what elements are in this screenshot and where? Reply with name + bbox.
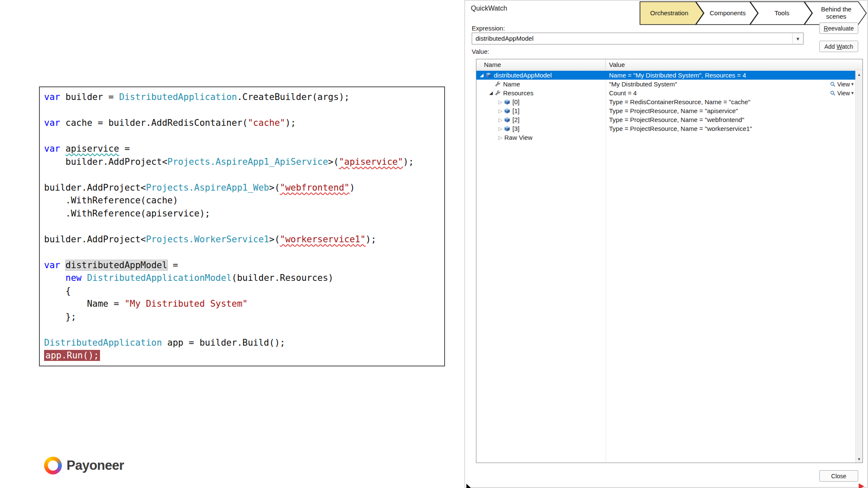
grid-body: ◢distributedAppModelName = "My Distribut…: [476, 71, 855, 142]
row-name: [3]: [512, 125, 520, 132]
wrench-icon: [495, 81, 501, 87]
row-name: Resources: [503, 89, 534, 97]
code-line: var distributedAppModel =: [44, 259, 440, 272]
code-line: Name = "My Distributed System": [44, 297, 440, 311]
code-block: var builder = DistributedApplication.Cre…: [44, 91, 440, 362]
mouse-cursor-icon: [466, 483, 473, 488]
row-name: [1]: [512, 107, 520, 114]
chevron-down-icon: ▾: [796, 36, 799, 42]
expander-collapsed-icon[interactable]: ▷: [497, 99, 504, 105]
chevron-label: Tools: [750, 1, 812, 25]
view-label: View: [837, 90, 850, 97]
red-triangle-icon: [859, 483, 864, 488]
row-value: Type = ProjectResource, Name = "apiservi…: [609, 107, 855, 114]
watch-row[interactable]: ▷[0]Type = RedisContainerResource, Name …: [476, 97, 855, 106]
code-line: [44, 168, 440, 181]
chevron-tab-components[interactable]: Components: [696, 1, 758, 25]
row-value: Count = 4: [609, 89, 830, 97]
magnifier-icon: [830, 81, 836, 87]
row-name: [2]: [512, 116, 520, 123]
expander-collapsed-icon[interactable]: ▷: [497, 108, 504, 114]
scroll-down-icon[interactable]: ▼: [856, 455, 862, 463]
column-header-name[interactable]: Name: [476, 59, 606, 70]
code-line: new DistributedApplicationModel(builder.…: [44, 272, 440, 285]
row-name: Name: [503, 80, 520, 88]
watch-row[interactable]: ▷[3]Type = ProjectResource, Name = "work…: [476, 124, 855, 133]
row-value: Type = ProjectResource, Name = "webfront…: [609, 116, 855, 123]
code-line: builder.AddProject<Projects.AspireApp1_W…: [44, 181, 440, 194]
wrench-icon: [495, 90, 501, 96]
view-dropdown[interactable]: View▾: [830, 90, 854, 97]
code-line: [44, 104, 440, 117]
row-value: Name = "My Distributed System", Resource…: [609, 72, 855, 79]
expander-collapsed-icon[interactable]: ▷: [497, 135, 504, 141]
code-line: var cache = builder.AddRedisContainer("c…: [44, 116, 440, 130]
expression-label: Expression:: [472, 25, 505, 32]
code-snippet-panel: var builder = DistributedApplication.Cre…: [39, 86, 445, 366]
scroll-up-icon[interactable]: ▲: [856, 71, 862, 78]
expander-collapsed-icon[interactable]: ▷: [497, 117, 504, 123]
code-line: app.Run();: [44, 349, 440, 362]
row-value: "My Distributed System": [609, 80, 830, 88]
chevron-tab-orchestration[interactable]: Orchestration: [640, 1, 704, 25]
code-line: .WithReference(cache): [44, 194, 440, 207]
reevaluate-button[interactable]: Reevaluate: [819, 22, 858, 34]
code-line: [44, 246, 440, 259]
row-name: [0]: [512, 98, 520, 105]
object-icon: [504, 108, 510, 114]
expression-combobox[interactable]: distributedAppModel ▾: [472, 33, 804, 44]
payoneer-logo-text: Payoneer: [67, 458, 124, 473]
object-icon: [485, 72, 492, 78]
magnifier-icon: [830, 90, 836, 96]
object-icon: [504, 99, 510, 105]
object-icon: [504, 116, 510, 123]
code-line: .WithReference(apiservice);: [44, 207, 440, 220]
watch-row[interactable]: ▷[2]Type = ProjectResource, Name = "webf…: [476, 115, 855, 124]
grid-scrollbar[interactable]: ▲ ▼: [855, 71, 862, 463]
chevron-label: Behind the scenes: [804, 1, 867, 25]
expression-value: distributedAppModel: [472, 33, 792, 44]
expander-expanded-icon[interactable]: ◢: [487, 90, 495, 96]
expander-collapsed-icon[interactable]: ▷: [497, 126, 504, 132]
chevron-tab-tools[interactable]: Tools: [750, 1, 812, 25]
expander-expanded-icon[interactable]: ◢: [478, 72, 485, 78]
code-line: [44, 323, 440, 336]
row-value: Type = RedisContainerResource, Name = "c…: [609, 98, 855, 105]
chevron-label: Components: [696, 1, 758, 25]
view-label: View: [837, 81, 850, 88]
chevron-down-icon: ▾: [851, 81, 854, 87]
payoneer-logo-icon: [44, 457, 62, 474]
process-chevrons: OrchestrationComponentsToolsBehind the s…: [640, 1, 867, 25]
row-value: Type = ProjectResource, Name = "workerse…: [609, 125, 855, 132]
row-name: distributedAppModel: [494, 72, 552, 79]
code-line: [44, 130, 440, 143]
code-line: var apiservice =: [44, 142, 440, 155]
column-header-value[interactable]: Value: [606, 59, 862, 70]
close-button[interactable]: Close: [819, 470, 858, 482]
grid-header: Name Value: [476, 59, 862, 70]
add-watch-button[interactable]: Add Watch: [819, 41, 858, 52]
watch-grid: Name Value ◢distributedAppModelName = "M…: [476, 59, 863, 463]
code-line: {: [44, 285, 440, 298]
value-label: Value:: [472, 48, 489, 55]
chevron-down-icon: ▾: [851, 90, 854, 96]
chevron-tab-behind-the-scenes[interactable]: Behind the scenes: [804, 1, 867, 25]
chevron-label: Orchestration: [640, 1, 704, 25]
payoneer-logo: Payoneer: [44, 457, 124, 474]
object-icon: [504, 125, 510, 132]
dialog-title: QuickWatch: [471, 5, 507, 12]
view-dropdown[interactable]: View▾: [830, 81, 854, 88]
code-line: builder.AddProject<Projects.AspireApp1_A…: [44, 155, 440, 169]
code-line: [44, 220, 440, 233]
watch-row[interactable]: ◢distributedAppModelName = "My Distribut…: [476, 71, 855, 80]
code-line: DistributedApplication app = builder.Bui…: [44, 336, 440, 349]
code-line: builder.AddProject<Projects.WorkerServic…: [44, 233, 440, 246]
watch-row[interactable]: ▷Raw View: [476, 133, 855, 142]
watch-row[interactable]: ▷[1]Type = ProjectResource, Name = "apis…: [476, 106, 855, 115]
code-line: var builder = DistributedApplication.Cre…: [44, 91, 440, 104]
row-name: Raw View: [504, 134, 532, 141]
combo-dropdown-button[interactable]: ▾: [792, 33, 803, 44]
watch-row[interactable]: ◢ResourcesCount = 4View▾: [476, 89, 855, 97]
watch-row[interactable]: Name"My Distributed System"View▾: [476, 80, 855, 89]
quickwatch-dialog: QuickWatch OrchestrationComponentsToolsB…: [465, 0, 868, 488]
